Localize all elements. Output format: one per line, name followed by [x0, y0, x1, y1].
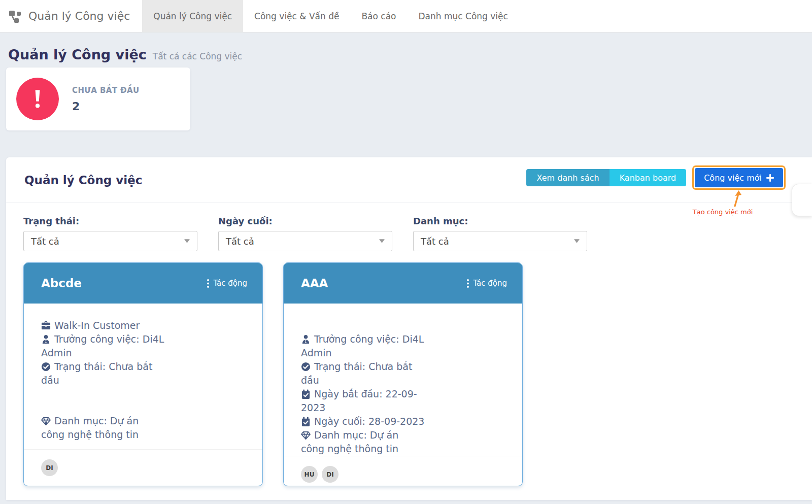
- panel-title: Quản lý Công việc: [24, 174, 142, 187]
- status-row: Trạng thái: Chưa bắt đầu: [301, 360, 425, 387]
- stat-card-chua-bat-dau: CHƯA BẮT ĐẦU 2: [6, 68, 190, 130]
- stat-label: CHƯA BẮT ĐẦU: [72, 86, 140, 95]
- calendar-check-icon: [301, 417, 311, 426]
- panel-divider: [6, 202, 812, 203]
- app-logo[interactable]: Quản lý Công việc: [0, 0, 142, 32]
- check-circle-icon: [301, 362, 311, 372]
- task-actions-menu[interactable]: Tác động: [207, 279, 247, 288]
- ellipsis-v-icon: [207, 279, 209, 288]
- filter-label: Danh mục:: [413, 216, 587, 226]
- stat-value: 2: [72, 100, 140, 113]
- filter-label: Ngày cuối:: [218, 216, 392, 226]
- briefcase-icon: [41, 321, 51, 330]
- new-task-label: Công việc mới: [704, 173, 762, 183]
- ellipsis-v-icon: [467, 279, 469, 288]
- task-actions-label: Tác động: [213, 279, 247, 288]
- task-card-footer: DI: [24, 449, 262, 486]
- category-select[interactable]: Tất cả: [413, 231, 587, 251]
- nav-item-cong-viec-van-de[interactable]: Công việc & Vấn đề: [243, 0, 350, 32]
- app-screen: Quản lý Công việc Quản lý Công việc Công…: [0, 0, 812, 504]
- arrow-up-icon: [731, 190, 744, 207]
- plus-icon: [766, 174, 774, 182]
- main-nav: Quản lý Công việc Công việc & Vấn đề Báo…: [142, 0, 519, 32]
- caret-down-icon: [574, 239, 580, 243]
- selected-value: Tất cả: [31, 236, 59, 247]
- filter-trang-thai: Trạng thái: Tất cả: [23, 216, 197, 251]
- stat-circle: [16, 78, 59, 120]
- caret-down-icon: [379, 239, 385, 243]
- caret-down-icon: [184, 239, 190, 243]
- user-tie-icon: [41, 334, 51, 344]
- avatar: HU: [301, 466, 318, 483]
- annotation-label: Tạo công việc mới: [682, 208, 763, 216]
- gem-icon: [301, 430, 311, 440]
- filter-ngay-cuoi: Ngày cuối: Tất cả: [218, 216, 392, 251]
- task-actions-label: Tác động: [473, 279, 507, 288]
- avatar: DI: [322, 466, 339, 483]
- category-row: Danh mục: Dự án công nghệ thông tin: [301, 428, 425, 456]
- task-card-aaa: AAA Tác động Trưởng công v: [283, 262, 523, 486]
- user-tie-icon: [301, 334, 311, 344]
- page-title: Quản lý Công việc: [8, 47, 147, 62]
- nav-item-danh-muc-cong-viec[interactable]: Danh mục Công việc: [408, 0, 519, 32]
- filter-label: Trạng thái:: [23, 216, 197, 226]
- task-panel: Quản lý Công việc Xem danh sách Kanban b…: [6, 157, 812, 500]
- calendar-check-icon: [301, 389, 311, 399]
- task-card-body: Trưởng công việc: Di4L Admin Trạng thái:…: [284, 304, 522, 456]
- task-card-title: Abcde: [41, 277, 82, 290]
- task-card-header: AAA Tác động: [284, 263, 522, 304]
- brand-title: Quản lý Công việc: [28, 10, 130, 22]
- end-date-row: Ngày cuối: 28-09-2023: [301, 415, 425, 428]
- nav-item-bao-cao[interactable]: Báo cáo: [350, 0, 407, 32]
- exclamation-icon: [28, 89, 47, 109]
- selected-value: Tất cả: [226, 236, 254, 247]
- filter-danh-muc: Danh mục: Tất cả: [413, 216, 587, 251]
- customer-row: Walk-In Customer: [41, 319, 165, 332]
- new-task-highlight-box: Công việc mới: [692, 165, 786, 190]
- gem-icon: [41, 416, 51, 426]
- status-select[interactable]: Tất cả: [23, 231, 197, 251]
- start-date-row: Ngày bắt đầu: 22-09-2023: [301, 387, 425, 415]
- panel-header: Quản lý Công việc Xem danh sách Kanban b…: [6, 157, 812, 202]
- owner-row: Trưởng công việc: Di4L Admin: [301, 332, 425, 360]
- task-actions-menu[interactable]: Tác động: [467, 279, 507, 288]
- tutorial-annotation: Tạo công việc mới: [682, 190, 763, 216]
- stat-text: CHƯA BẮT ĐẦU 2: [72, 86, 140, 113]
- kanban-board-button[interactable]: Kanban board: [610, 169, 687, 186]
- page-header: Quản lý Công việc Tất cả các Công việc: [0, 32, 812, 68]
- task-card-abcde: Abcde Tác động Walk-In Customer: [23, 262, 263, 486]
- selected-value: Tất cả: [421, 236, 449, 247]
- task-card-list: Abcde Tác động Walk-In Customer: [6, 262, 812, 486]
- view-buttons: Xem danh sách Kanban board Công việc mới: [526, 165, 786, 190]
- edge-widget-button[interactable]: [792, 184, 812, 216]
- sitemap-icon: [8, 9, 23, 24]
- task-card-body: Walk-In Customer Trưởng công việc: Di4L …: [24, 304, 262, 449]
- end-date-select[interactable]: Tất cả: [218, 231, 392, 251]
- check-circle-icon: [41, 362, 51, 372]
- view-list-button[interactable]: Xem danh sách: [526, 169, 609, 186]
- nav-item-quan-ly-cong-viec[interactable]: Quản lý Công việc: [142, 0, 243, 32]
- page-subtitle: Tất cả các Công việc: [153, 51, 242, 61]
- task-card-header: Abcde Tác động: [24, 263, 262, 304]
- new-task-button[interactable]: Công việc mới: [695, 168, 783, 187]
- status-row: Trạng thái: Chưa bắt đầu: [41, 360, 165, 387]
- owner-row: Trưởng công việc: Di4L Admin: [41, 332, 165, 360]
- category-row: Danh mục: Dự án công nghệ thông tin: [41, 414, 165, 442]
- navbar: Quản lý Công việc Quản lý Công việc Công…: [0, 0, 812, 32]
- task-card-footer: HU DI: [284, 456, 522, 486]
- task-card-title: AAA: [301, 277, 328, 290]
- avatar: DI: [41, 459, 58, 476]
- filter-bar: Trạng thái: Tất cả Ngày cuối: Tất cả Dan…: [6, 216, 812, 251]
